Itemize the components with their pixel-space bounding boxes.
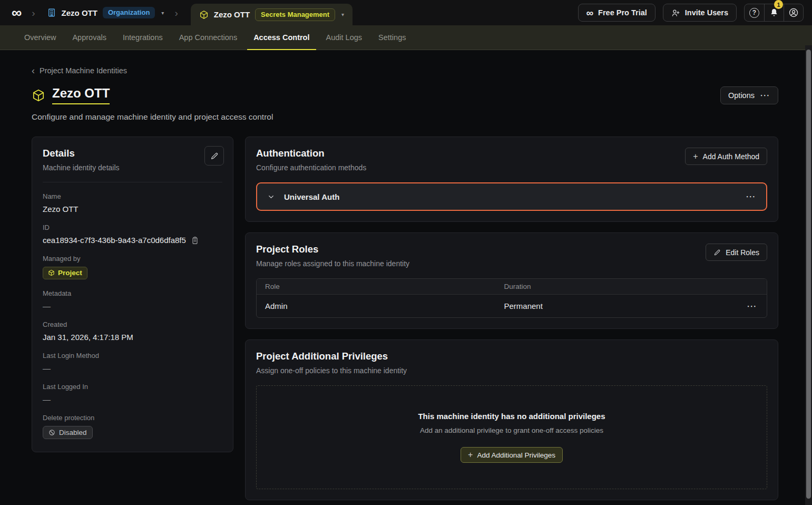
project-name: Zezo OTT (214, 10, 250, 19)
authentication-subtitle: Configure authentication methods (256, 163, 366, 172)
privileges-title: Project Additional Privileges (256, 351, 767, 362)
details-subtitle: Machine identity details (43, 163, 222, 172)
breadcrumb-separator-icon: › (174, 8, 178, 18)
infisical-logo-icon[interactable]: ∞ (12, 6, 21, 20)
project-roles-card: Project Roles Manage roles assigned to t… (245, 232, 778, 329)
empty-state-subtitle: Add an additional privilege to grant one… (420, 426, 603, 434)
chevron-down-icon[interactable]: ▾ (161, 10, 164, 16)
tab-audit-logs[interactable]: Audit Logs (325, 25, 364, 50)
infinity-icon: ∞ (586, 8, 594, 18)
plus-icon: + (468, 451, 473, 459)
tab-integrations[interactable]: Integrations (122, 25, 164, 50)
no-entry-icon (48, 429, 55, 436)
account-button[interactable] (784, 4, 803, 21)
plus-icon: + (693, 152, 698, 161)
roles-table-header: Role Duration (257, 279, 767, 295)
table-row[interactable]: Admin Permanent ⋯ (257, 295, 767, 317)
scrollbar-track[interactable] (805, 45, 812, 505)
chevron-left-icon: ‹ (32, 66, 35, 75)
created-label: Created (43, 321, 222, 328)
tab-access-control[interactable]: Access Control (252, 25, 310, 50)
created-value: Jan 31, 2026, 4:17:18 PM (43, 333, 222, 342)
page-title: Zezo OTT (52, 86, 110, 104)
add-additional-privileges-button[interactable]: + Add Additional Privileges (461, 447, 563, 463)
details-card: Details Machine identity details Name Ze… (32, 137, 233, 452)
role-column-header: Role (257, 283, 504, 290)
privileges-empty-state: This machine identity has no additional … (256, 385, 767, 489)
empty-state-title: This machine identity has no additional … (418, 412, 605, 421)
cube-icon (199, 10, 209, 20)
role-menu-icon[interactable]: ⋯ (747, 303, 757, 309)
pencil-icon (713, 249, 721, 256)
ellipsis-icon: ⋯ (760, 92, 770, 98)
options-button[interactable]: Options ⋯ (720, 86, 778, 104)
id-value: cea18934-c7f3-436b-9a43-a7c0d6dfa8f5 (43, 236, 186, 245)
free-pro-trial-button[interactable]: ∞ Free Pro Trial (578, 4, 656, 22)
additional-privileges-card: Project Additional Privileges Assign one… (245, 339, 778, 500)
user-plus-icon (671, 8, 680, 17)
role-cell: Admin (257, 302, 504, 310)
bell-icon (769, 8, 779, 17)
notifications-button[interactable]: 1 (764, 4, 784, 21)
project-type-badge: Secrets Management (255, 8, 335, 21)
invite-users-button[interactable]: Invite Users (663, 4, 737, 22)
org-selector[interactable]: Zezo OTT Organization ▾ (47, 7, 164, 18)
help-button[interactable]: ? (745, 4, 764, 21)
last-logged-in-label: Last Logged In (43, 383, 222, 391)
tab-overview[interactable]: Overview (23, 25, 57, 50)
page-subtitle: Configure and manage machine identity an… (32, 112, 778, 122)
metadata-label: Metadata (43, 289, 222, 297)
cube-icon (32, 89, 45, 102)
scrollbar-thumb[interactable] (806, 50, 811, 499)
managed-by-badge: Project (43, 267, 87, 279)
notification-count-badge: 1 (774, 0, 783, 9)
topbar-icon-group: ? 1 (744, 4, 804, 22)
project-roles-title: Project Roles (256, 244, 409, 255)
delete-protection-badge: Disabled (43, 426, 93, 439)
id-label: ID (43, 224, 222, 231)
help-icon: ? (749, 8, 759, 18)
name-label: Name (43, 192, 222, 200)
tab-approvals[interactable]: Approvals (71, 25, 107, 50)
edit-details-button[interactable] (204, 146, 224, 166)
authentication-title: Authentication (256, 148, 366, 159)
metadata-value: — (43, 302, 222, 310)
chevron-down-icon[interactable]: ▾ (341, 12, 344, 17)
name-value: Zezo OTT (43, 205, 222, 213)
cube-icon (48, 269, 55, 276)
details-title: Details (43, 148, 222, 159)
topbar: ∞ › Zezo OTT Organization ▾ › Zezo OTT S… (0, 0, 812, 25)
auth-method-name: Universal Auth (284, 192, 339, 201)
breadcrumb-separator-icon: › (32, 8, 35, 18)
user-circle-icon (788, 7, 799, 18)
last-logged-in-value: — (43, 395, 222, 404)
pencil-icon (210, 152, 219, 160)
org-type-badge: Organization (103, 7, 155, 18)
roles-table: Role Duration Admin Permanent ⋯ (256, 278, 767, 318)
last-login-method-label: Last Login Method (43, 352, 222, 360)
chevron-down-icon[interactable] (267, 193, 275, 201)
duration-column-header: Duration (504, 283, 767, 290)
last-login-method-value: — (43, 364, 222, 373)
main-content: ‹ Project Machine Identities Zezo OTT Op… (0, 66, 812, 500)
auth-method-menu-icon[interactable]: ⋯ (746, 193, 756, 199)
duration-cell: Permanent (504, 302, 542, 310)
org-name: Zezo OTT (62, 8, 97, 17)
tab-app-connections[interactable]: App Connections (178, 25, 238, 50)
add-auth-method-button[interactable]: + Add Auth Method (685, 148, 767, 165)
tab-settings[interactable]: Settings (377, 25, 407, 50)
edit-roles-button[interactable]: Edit Roles (706, 244, 767, 261)
universal-auth-row[interactable]: Universal Auth ⋯ (256, 182, 767, 211)
project-nav: Overview Approvals Integrations App Conn… (0, 25, 812, 50)
managed-by-label: Managed by (43, 255, 222, 263)
copy-icon[interactable] (191, 236, 199, 245)
building-icon (47, 8, 56, 17)
back-link[interactable]: ‹ Project Machine Identities (32, 66, 127, 75)
project-roles-subtitle: Manage roles assigned to this machine id… (256, 259, 409, 268)
delete-protection-label: Delete protection (43, 414, 222, 422)
project-selector-tab[interactable]: Zezo OTT Secrets Management ▾ (191, 4, 353, 25)
authentication-card: Authentication Configure authentication … (245, 137, 778, 222)
privileges-subtitle: Assign one-off policies to this machine … (256, 366, 767, 375)
